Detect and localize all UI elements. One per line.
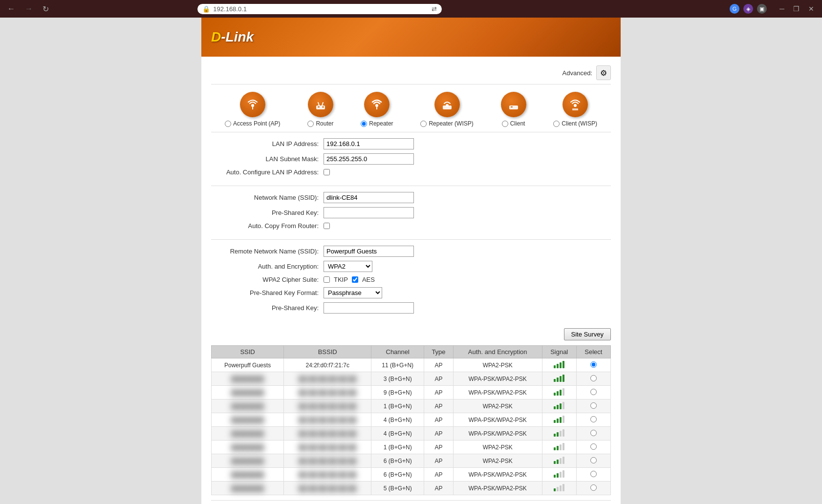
psk-input[interactable] xyxy=(324,302,414,314)
table-row: ██████████:██:██:██:██:██1 (B+G+N)APWPA2… xyxy=(212,441,611,454)
aes-checkbox[interactable] xyxy=(352,276,358,283)
lan-mask-input[interactable] xyxy=(324,153,414,165)
aes-label: AES xyxy=(362,276,375,283)
remote-network-section: Remote Network Name (SSID): Auth. and En… xyxy=(211,239,611,323)
extension-icons: G ◈ ▣ xyxy=(730,4,767,14)
pre-shared-key-input[interactable] xyxy=(324,207,414,218)
survey-select-radio[interactable] xyxy=(590,361,597,368)
table-row: ██████████:██:██:██:██:██9 (B+G+N)APWPA-… xyxy=(212,386,611,399)
browser-chrome: ← → ↻ 🔒 192.168.0.1 ⇄ G ◈ ▣ ─ ❐ ✕ xyxy=(0,0,822,18)
tkip-checkbox[interactable] xyxy=(324,276,330,283)
mode-ap-radio[interactable] xyxy=(225,121,231,127)
lock-icon: 🔒 xyxy=(202,5,210,13)
reload-button[interactable]: ↻ xyxy=(40,3,51,15)
minimize-button[interactable]: ─ xyxy=(777,4,787,14)
access-point-label-row[interactable]: Access Point (AP) xyxy=(225,120,281,127)
auto-configure-checkbox[interactable] xyxy=(324,169,330,175)
svg-rect-2 xyxy=(316,105,325,109)
mode-router: Router xyxy=(307,92,333,127)
svg-line-5 xyxy=(318,103,319,105)
survey-select-radio[interactable] xyxy=(590,471,597,477)
router-label-row[interactable]: Router xyxy=(307,120,333,127)
lan-ip-row: LAN IP Address: xyxy=(211,138,611,149)
mode-access-point: Access Point (AP) xyxy=(225,92,281,127)
repeater-wisp-icon xyxy=(434,92,460,117)
forward-button[interactable]: → xyxy=(22,3,35,14)
psk-format-select[interactable]: Passphrase Hex xyxy=(324,287,382,298)
ext-icon-3[interactable]: ▣ xyxy=(757,4,767,14)
signal-bars xyxy=(554,456,564,464)
gear-icon: ⚙ xyxy=(600,68,607,78)
advanced-label: Advanced: xyxy=(562,69,592,77)
repeater-wisp-label-row[interactable]: Repeater (WISP) xyxy=(420,120,473,127)
auto-copy-label: Auto. Copy From Router: xyxy=(211,222,319,230)
svg-point-0 xyxy=(251,104,254,107)
client-label-row[interactable]: Client xyxy=(502,120,525,127)
survey-table: SSID BSSID Channel Type Auth. and Encryp… xyxy=(211,345,611,495)
auto-copy-checkbox[interactable] xyxy=(324,223,330,229)
survey-select-radio[interactable] xyxy=(590,375,597,381)
repeater-label: Repeater xyxy=(369,120,393,127)
mode-client-radio[interactable] xyxy=(502,121,508,127)
advanced-gear-button[interactable]: ⚙ xyxy=(596,65,611,80)
psk-format-row: Pre-Shared Key Format: Passphrase Hex xyxy=(211,287,611,298)
address-bar[interactable]: 🔒 192.168.0.1 ⇄ xyxy=(197,4,442,14)
col-channel: Channel xyxy=(371,346,424,358)
close-button[interactable]: ✕ xyxy=(805,4,817,14)
repeater-label-row[interactable]: Repeater xyxy=(361,120,393,127)
advanced-row: Advanced: ⚙ xyxy=(211,62,611,84)
site-survey-button[interactable]: Site Survey xyxy=(564,328,611,340)
network-name-input[interactable] xyxy=(324,192,414,203)
auth-encryption-select[interactable]: WPA2 WPA WEP None xyxy=(324,261,372,272)
col-signal: Signal xyxy=(542,346,576,358)
mode-router-radio[interactable] xyxy=(307,121,314,127)
remote-network-row: Remote Network Name (SSID): xyxy=(211,246,611,257)
survey-select-radio[interactable] xyxy=(590,443,597,450)
remote-network-label: Remote Network Name (SSID): xyxy=(211,248,319,255)
svg-point-10 xyxy=(446,104,449,107)
mode-client-wisp-radio[interactable] xyxy=(553,121,560,127)
google-ext-icon[interactable]: G xyxy=(730,4,739,14)
svg-point-13 xyxy=(574,104,577,107)
client-wisp-icon xyxy=(562,92,588,117)
col-type: Type xyxy=(424,346,454,358)
restore-button[interactable]: ❐ xyxy=(790,4,802,14)
signal-bars xyxy=(554,442,564,450)
remote-network-input[interactable] xyxy=(324,246,414,257)
mode-client: Client xyxy=(501,92,526,127)
table-row: Powerpuff Guests24:2f:d0:f7:21:7c11 (B+G… xyxy=(212,358,611,372)
svg-line-6 xyxy=(322,103,323,105)
lan-ip-label: LAN IP Address: xyxy=(211,140,319,147)
signal-bars xyxy=(554,374,564,382)
pre-shared-key-row: Pre-Shared Key: xyxy=(211,207,611,218)
table-row: ██████████:██:██:██:██:██5 (B+G+N)APWPA-… xyxy=(212,482,611,495)
mode-repeater-radio[interactable] xyxy=(361,121,367,127)
ext-icon-2[interactable]: ◈ xyxy=(743,4,753,14)
lan-ip-input[interactable] xyxy=(324,138,414,149)
col-bssid: BSSID xyxy=(284,346,371,358)
auto-configure-label: Auto. Configure LAN IP Address: xyxy=(211,168,319,176)
client-icon xyxy=(501,92,526,117)
survey-select-radio[interactable] xyxy=(590,402,597,409)
survey-select-radio[interactable] xyxy=(590,416,597,422)
client-wisp-label-row[interactable]: Client (WISP) xyxy=(553,120,597,127)
svg-rect-3 xyxy=(318,106,320,107)
survey-select-radio[interactable] xyxy=(590,457,597,463)
survey-select-radio[interactable] xyxy=(590,484,597,491)
lan-mask-row: LAN Subnet Mask: xyxy=(211,153,611,165)
svg-rect-14 xyxy=(572,108,578,110)
site-survey-row: Site Survey xyxy=(211,323,611,345)
svg-point-7 xyxy=(375,104,378,107)
auto-configure-row: Auto. Configure LAN IP Address: xyxy=(211,168,611,176)
table-row: ██████████:██:██:██:██:██3 (B+G+N)APWPA-… xyxy=(212,372,611,386)
mode-repeater-wisp-radio[interactable] xyxy=(420,121,427,127)
table-row: ██████████:██:██:██:██:██4 (B+G+N)APWPA-… xyxy=(212,427,611,441)
survey-select-radio[interactable] xyxy=(590,430,597,436)
network-name-label: Network Name (SSID): xyxy=(211,194,319,201)
survey-select-radio[interactable] xyxy=(590,389,597,395)
network-name-row: Network Name (SSID): xyxy=(211,192,611,203)
signal-bars xyxy=(554,415,564,423)
back-button[interactable]: ← xyxy=(5,3,18,14)
signal-bars xyxy=(554,470,564,478)
sync-icon: ⇄ xyxy=(432,5,437,13)
